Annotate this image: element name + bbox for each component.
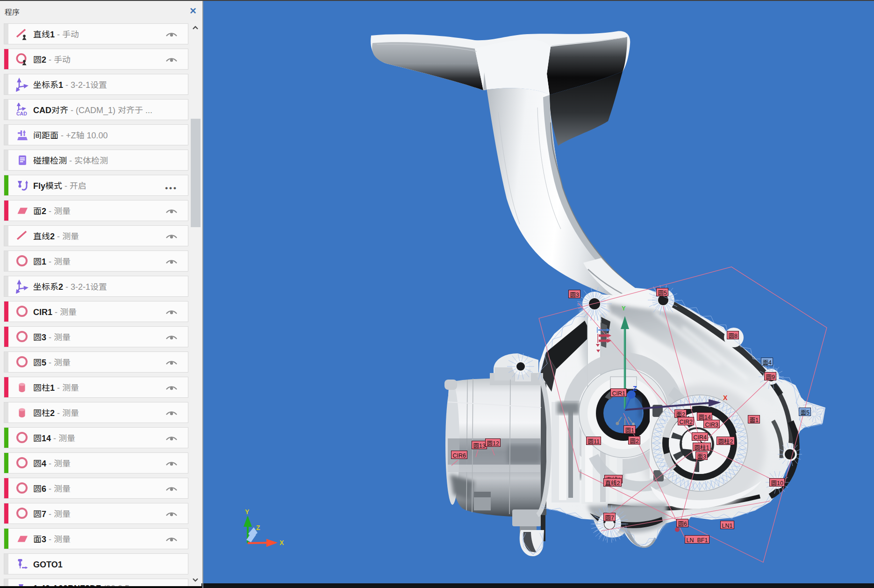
svg-text:Z: Z [633,385,637,392]
svg-text:Y: Y [622,305,626,312]
svg-text:CAD: CAD [16,111,27,116]
svg-text:X: X [279,539,284,546]
svg-text:X: X [723,394,728,402]
svg-text:Y: Y [245,508,250,516]
svg-text:Z: Z [256,524,260,531]
